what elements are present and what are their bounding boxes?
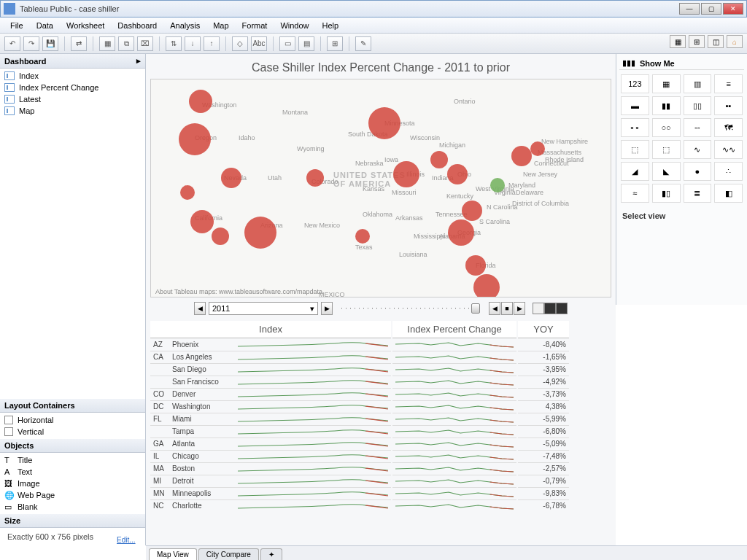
table-row[interactable]: FLMiami (150, 413, 391, 425)
group-button[interactable]: ◇ (232, 36, 248, 51)
map-city-dot[interactable] (473, 274, 500, 298)
table-row[interactable]: MABoston (150, 462, 391, 475)
table-row[interactable] (392, 487, 516, 499)
map-city-dot[interactable] (368, 107, 400, 139)
table-row[interactable]: 4,38% (518, 400, 569, 413)
chart-type-thumb[interactable]: ≈ (621, 184, 649, 203)
chart-type-thumb[interactable]: ○○ (652, 118, 681, 137)
label-button[interactable]: Abc (251, 36, 267, 51)
fit-button[interactable]: ⊞ (327, 36, 343, 51)
table-row[interactable] (392, 388, 516, 400)
table-row[interactable]: -6,78% (518, 499, 569, 510)
map-city-dot[interactable] (447, 164, 468, 184)
map-city-dot[interactable] (462, 201, 482, 221)
table-row[interactable]: -3,73% (518, 388, 569, 400)
table-row[interactable] (392, 400, 516, 413)
chart-type-thumb[interactable]: ▯▯ (684, 96, 712, 115)
close-button[interactable]: ✕ (723, 3, 743, 15)
year-prev-button[interactable]: ◀ (194, 302, 206, 315)
play-stop-button[interactable]: ■ (501, 302, 513, 315)
chart-type-thumb[interactable]: ▮▯ (652, 184, 681, 203)
chart-type-thumb[interactable]: ∿ (684, 140, 712, 159)
table-row[interactable]: -0,79% (518, 475, 569, 487)
new-tab-button[interactable]: ✦ (260, 548, 282, 560)
table-row[interactable] (392, 413, 516, 425)
menu-help[interactable]: Help (317, 20, 345, 31)
map-city-dot[interactable] (190, 210, 214, 233)
sheet-latest[interactable]: Latest (0, 93, 145, 105)
minimize-button[interactable]: — (679, 3, 700, 15)
object-title[interactable]: TTitle (0, 454, 145, 466)
chart-type-thumb[interactable]: ▥ (684, 74, 712, 93)
map-view[interactable]: UNITED STATESOF AMERICA WashingtonMontan… (150, 79, 611, 298)
table-row[interactable]: -6,80% (518, 425, 569, 438)
table-row[interactable] (392, 363, 516, 376)
table-row[interactable] (392, 499, 516, 510)
table-row[interactable]: DCWashington (150, 400, 391, 413)
table-row[interactable]: San Diego (150, 363, 391, 376)
menu-dashboard[interactable]: Dashboard (112, 20, 163, 31)
table-row[interactable]: AZPhoenix (150, 338, 391, 351)
table-row[interactable]: Tampa (150, 425, 391, 438)
menu-format[interactable]: Format (236, 20, 274, 31)
map-city-dot[interactable] (189, 90, 212, 113)
table-row[interactable]: San Francisco (150, 376, 391, 388)
object-text[interactable]: AText (0, 466, 145, 478)
table-row[interactable]: MIDetroit (150, 475, 391, 487)
card-button[interactable]: ▤ (298, 36, 314, 51)
table-row[interactable]: -7,48% (518, 450, 569, 462)
chart-type-thumb[interactable]: ≣ (684, 184, 712, 203)
map-city-dot[interactable] (244, 217, 276, 249)
map-city-dot[interactable] (430, 151, 448, 168)
sheet-map[interactable]: Map (0, 105, 145, 117)
object-web-page[interactable]: 🌐Web Page (0, 489, 145, 501)
thumbs-icon[interactable]: ⊞ (689, 35, 705, 48)
map-city-dot[interactable] (179, 123, 211, 155)
menu-data[interactable]: Data (31, 20, 59, 31)
chart-type-thumb[interactable]: ▪▪ (714, 96, 743, 115)
table-row[interactable]: CODenver (150, 388, 391, 400)
table-row[interactable]: -5,99% (518, 413, 569, 425)
table-row[interactable]: -2,57% (518, 462, 569, 475)
map-city-dot[interactable] (212, 228, 229, 245)
map-city-dot[interactable] (393, 161, 419, 187)
layout-horizontal[interactable]: Horizontal (0, 414, 145, 426)
table-row[interactable]: NCCharlotte (150, 499, 391, 510)
table-row[interactable] (392, 438, 516, 450)
tab-city-compare[interactable]: City Compare (198, 548, 259, 560)
sort-desc-button[interactable]: ↑ (204, 36, 220, 51)
table-row[interactable]: -9,83% (518, 487, 569, 499)
map-city-dot[interactable] (530, 141, 545, 156)
year-select[interactable]: 2011 ▾ (209, 302, 318, 315)
duplicate-button[interactable]: ⧉ (118, 36, 134, 51)
table-row[interactable]: -5,09% (518, 438, 569, 450)
chart-type-thumb[interactable]: ▦ (652, 74, 681, 93)
map-city-dot[interactable] (221, 168, 241, 188)
menu-worksheet[interactable]: Worksheet (61, 20, 110, 31)
table-row[interactable] (392, 475, 516, 487)
table-row[interactable]: MNMinneapolis (150, 487, 391, 499)
tab-map-view[interactable]: Map View (149, 548, 197, 560)
map-city-dot[interactable] (306, 169, 324, 187)
chart-type-thumb[interactable]: ◧ (714, 184, 743, 203)
chart-type-thumb[interactable]: ▬ (621, 96, 649, 115)
layout-vertical[interactable]: Vertical (0, 426, 145, 438)
menu-analysis[interactable]: Analysis (164, 20, 206, 31)
view-toggle[interactable] (533, 303, 568, 314)
table-row[interactable] (392, 450, 516, 462)
menu-map[interactable]: Map (207, 20, 234, 31)
play-prev-button[interactable]: ◀ (489, 302, 500, 315)
chart-type-thumb[interactable]: ⬚ (621, 140, 649, 159)
highlight-button[interactable]: ✎ (355, 36, 371, 51)
chart-type-thumb[interactable]: ● (684, 162, 712, 181)
map-city-dot[interactable] (448, 219, 474, 246)
table-row[interactable] (392, 462, 516, 475)
map-city-dot[interactable] (511, 146, 532, 166)
new-worksheet-button[interactable]: ▦ (99, 36, 115, 51)
menu-file[interactable]: File (4, 20, 29, 31)
object-image[interactable]: 🖼Image (0, 478, 145, 489)
save-button[interactable]: 💾 (42, 36, 58, 51)
maximize-button[interactable]: ▢ (701, 3, 721, 15)
redo-button[interactable]: ↷ (23, 36, 39, 51)
sheet-index-percent-change[interactable]: Index Percent Change (0, 82, 145, 93)
